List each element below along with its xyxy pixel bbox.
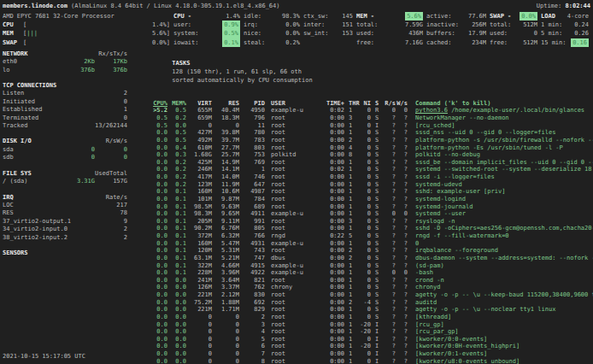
process-row[interactable]: 0.5 0.2 659M 18.3M 796 root 0:00 3 0 S ?… [150, 114, 593, 122]
cpu-panel-col2: idle: 98.3% irq: 0.0% nice: 0.0% steal: … [244, 12, 300, 47]
pid: 746 [239, 173, 265, 181]
thread-count: 1 [344, 269, 359, 277]
process-row[interactable]: 0.0 0.5 427M 39.8M 780 root 0:00 1 0 S ?… [150, 129, 593, 137]
process-row[interactable]: 0.0 0.0 0 0 7 root 0:00 1 0 I ? ? [kwork… [150, 350, 593, 358]
column-virt[interactable]: VIRT [186, 100, 212, 108]
command: systemd --switched-root --system --deser… [408, 166, 593, 173]
process-row[interactable]: 0.0 0.1 63.1M 5.21M 747 dbus 0:00 2 0 S … [150, 255, 593, 262]
stat-value: 151 [342, 21, 353, 29]
command: agetty -o -p -- \u --keep-baud 115200,38… [408, 291, 593, 299]
cpu-percent: 0.0 [150, 166, 167, 173]
process-row[interactable]: >5.2 0.5 655M 40.4M 4950 example-u 0:02 … [150, 107, 593, 114]
command: dbus-daemon --system --address=systemd: … [408, 255, 593, 262]
process-row[interactable]: 0.0 0.2 123M 11.9M 647 root 0:00 1 0 S ?… [150, 181, 593, 189]
thread-count: 1 [344, 196, 359, 203]
tcp-stat-value: 0 [68, 98, 127, 106]
irq-rate: 78 [68, 209, 127, 217]
command: [kworker/0:1-events] [408, 350, 593, 358]
process-row[interactable]: 0.0 0.0 75.2M 1.88M 692 root 0:00 2 -4 S… [150, 299, 593, 307]
column-ni: NI [359, 100, 371, 108]
process-row[interactable]: 0.0 0.1 98.5M 9.63M 689 root 0:00 1 0 S … [150, 203, 593, 211]
process-row[interactable]: 0.0 0.1 101M 9.87M 784 root 0:00 1 0 S ?… [150, 196, 593, 203]
process-row[interactable]: 0.0 0.0 0 0 5 root 0:00 1 0 I ? ? [kwork… [150, 336, 593, 343]
process-row[interactable]: 0.0 0.4 610M 27.7M 803 root 0:00 4 0 S ?… [150, 144, 593, 152]
process-row[interactable]: 0.0 0.1 205M 9.11M 991 root 0:00 3 0 S ?… [150, 218, 593, 226]
tcp-stat-label: Listen [3, 90, 68, 97]
virt-size: 120M [186, 247, 212, 255]
command: sshd -D -oCiphers=aes256-gcm@openssh.com… [408, 225, 593, 232]
process-row[interactable]: 0.0 0.1 228M 3.96M 4922 example-u 0:00 1… [150, 269, 593, 277]
process-row[interactable]: 0.0 0.0 0 0 4 root 0:00 1 -20 I ? ? [rcu… [150, 328, 593, 336]
clock: 2021-10-15 15:17:05 UTC [3, 352, 85, 361]
process-row[interactable]: 0.0 0.2 417M 14.0M 746 root 0:00 1 0 S ?… [150, 173, 593, 181]
cpu-time: 0:00 [317, 299, 344, 307]
pid: 4 [239, 328, 265, 336]
process-row[interactable]: 0.0 0.5 492M 39.7M 783 root 0:00 2 0 S ?… [150, 137, 593, 144]
write-rate: ? [396, 129, 408, 137]
stat-value: 77.6M [468, 12, 486, 21]
process-row[interactable]: 0.0 0.1 160M 10.6M 4987 root 0:00 1 0 S … [150, 188, 593, 196]
mem-percent: 0.1 [167, 225, 186, 232]
quicklook-panel: AMD EPYC 7681 32-Core Processor CPU [ 1.… [3, 12, 170, 47]
process-row[interactable]: 0.0 0.1 90.2M 6.76M 805 root 0:00 1 0 S … [150, 225, 593, 232]
process-row[interactable]: 0.0 0.0 0 0 2 root 0:00 1 0 S ? ? [kthre… [150, 314, 593, 321]
process-row[interactable]: 0.0 0.0 0 0 8 root 0:00 1 0 I ? ? [kwork… [150, 358, 593, 364]
process-row[interactable]: 0.0 0.1 120M 5.31M 743 root 0:00 2 0 S ?… [150, 247, 593, 255]
uptime: Uptime: 8:02:44 [537, 2, 590, 10]
process-row[interactable]: 0.0 0.0 241M 3.64M 821 root 0:00 1 0 S ?… [150, 277, 593, 285]
process-row[interactable]: 0.0 0.3 1.68G 25.7M 753 polkitd 0:00 8 0… [150, 151, 593, 159]
column-user[interactable]: USER [265, 100, 317, 108]
user: root [265, 159, 317, 167]
cpu-time: 0:00 [317, 262, 344, 270]
process-row[interactable]: 0.5 0.0 0 0 11 root 0:00 1 0 I ? ? [rcu_… [150, 122, 593, 130]
user: root [265, 336, 317, 343]
process-row[interactable]: 0.0 0.2 425M 14.9M 769 root 0:00 1 0 S ?… [150, 159, 593, 167]
column-mem[interactable]: MEM% [167, 100, 186, 108]
process-state: S [371, 137, 384, 144]
process-row[interactable]: 0.0 0.0 0 0 6 root 0:00 1 -20 I ? ? [kwo… [150, 343, 593, 350]
stat-label: nice: [244, 29, 261, 38]
process-row[interactable]: 0.0 0.1 372M 6.32M 766 rngd 0:22 5 0 S ?… [150, 232, 593, 240]
column-pid[interactable]: PID [239, 100, 265, 108]
mem-percent: 0.2 [167, 173, 186, 181]
column-time[interactable]: TIME+ [317, 100, 344, 108]
stat-value: 0.2% [285, 38, 300, 47]
process-row[interactable]: 0.0 0.1 322M 4.66M 4915 example-u 0:00 1… [150, 262, 593, 270]
user: example-u [265, 269, 317, 277]
column-res[interactable]: RES [212, 100, 239, 108]
pid: 743 [239, 247, 265, 255]
filesystem-section: FILE SYS Used Total / (sda) 3.31G 157G [3, 170, 150, 186]
command-args: sssd_be --domain implicit_files --uid 0 … [415, 159, 593, 166]
mem-percent: 0.1 [167, 218, 186, 226]
virt-size: 221M [186, 306, 212, 314]
network-section: NETWORK Rx/s Tx/s eth0 2Kb 17Kb lo 376b [3, 50, 150, 74]
read-rate: ? [384, 306, 396, 314]
uptime-label: Uptime: [537, 3, 562, 9]
read-rate: ? [384, 151, 396, 159]
virt-size: 492M [186, 137, 212, 144]
process-state: I [371, 350, 384, 358]
process-row[interactable]: 0.0 0.0 126M 3.37M 762 chrony 0:00 1 0 S… [150, 284, 593, 291]
process-row[interactable]: 0.0 0.0 221M 1.71M 829 root 0:00 1 0 S ?… [150, 306, 593, 314]
process-row[interactable]: 0.0 0.0 221M 2.12M 830 root 0:00 1 0 S ?… [150, 291, 593, 299]
thread-count: 1 [344, 343, 359, 350]
stat-label: irq: [244, 21, 258, 29]
column-thr: THR [344, 100, 359, 108]
tcp-stat-label: Tracked [3, 122, 68, 130]
write-rate: ? [396, 203, 408, 211]
process-row[interactable]: 0.0 0.1 160M 5.47M 4931 example-u 0:00 1… [150, 240, 593, 248]
stat-label: cached: [426, 38, 452, 47]
virt-size: 417M [186, 173, 212, 181]
cpu-percent: 0.0 [150, 306, 167, 314]
write-rate: ? [396, 306, 408, 314]
process-row[interactable]: 0.0 0.2 246M 14.1M 1 root 0:02 1 0 S ? ?… [150, 166, 593, 173]
process-row[interactable]: 0.0 0.1 98.3M 9.65M 4911 example-u 0:00 … [150, 210, 593, 218]
irq-row: LOC 217 [3, 202, 127, 209]
process-state: S [371, 262, 384, 270]
write-rate: 0 [396, 269, 408, 277]
cpu-percent: 0.0 [150, 343, 167, 350]
process-row[interactable]: 0.0 0.0 0 0 3 root 0:00 1 -20 I ? ? [rcu… [150, 321, 593, 329]
column-cpu[interactable]: CPU% [150, 100, 167, 108]
stat-label: inactive: [426, 21, 459, 29]
cpu-time: 0:00 [317, 218, 344, 226]
